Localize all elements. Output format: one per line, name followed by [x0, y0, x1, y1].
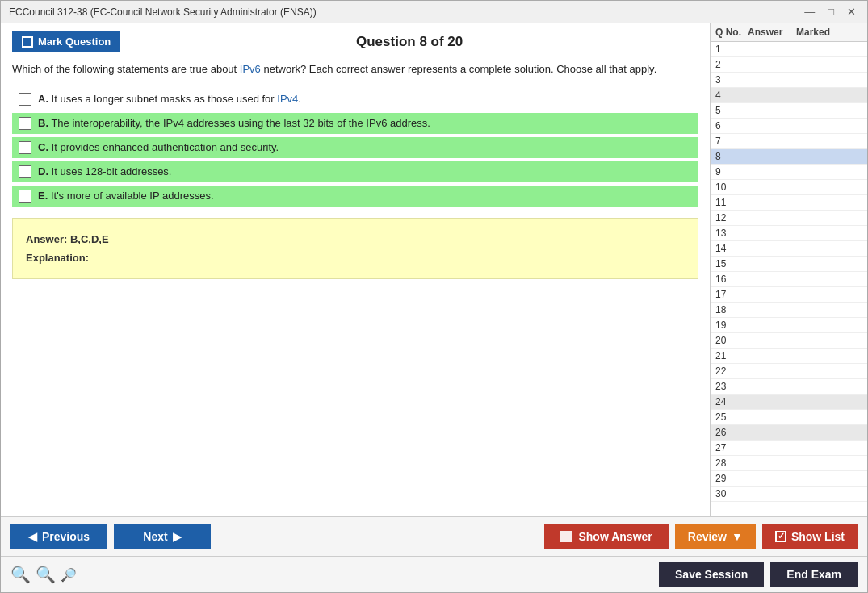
minimize-button[interactable]: —	[801, 6, 818, 18]
row-num: 10	[715, 182, 748, 193]
review-button[interactable]: Review ▼	[675, 524, 756, 549]
previous-label: Previous	[42, 530, 90, 543]
show-list-button[interactable]: ✓ Show List	[762, 524, 858, 549]
row-num: 17	[715, 289, 748, 300]
row-answer	[748, 365, 796, 377]
row-num: 29	[715, 473, 748, 484]
row-answer	[748, 120, 796, 132]
option-b[interactable]: B. The interoperability, the IPv4 addres…	[12, 113, 698, 134]
table-row[interactable]: 19	[711, 318, 867, 333]
previous-button[interactable]: ◀ Previous	[10, 524, 107, 549]
right-panel: Q No. Answer Marked 1 2 3 4 5 6 7 8	[710, 23, 867, 516]
row-answer	[748, 381, 796, 392]
option-a[interactable]: A. It uses a longer subnet masks as thos…	[12, 89, 698, 110]
top-bar: Mark Question Question 8 of 20	[12, 31, 698, 52]
option-e[interactable]: E. It's more of available IP addresses.	[12, 186, 698, 207]
option-b-checkbox[interactable]	[19, 117, 31, 130]
ipv6-highlight: IPv6	[240, 63, 261, 75]
table-row[interactable]: 5	[711, 103, 867, 119]
table-row[interactable]: 17	[711, 287, 867, 303]
table-row[interactable]: 6	[711, 119, 867, 134]
zoom-in-button[interactable]: 🔍	[10, 565, 31, 584]
table-row[interactable]: 26	[711, 425, 867, 441]
table-row[interactable]: 20	[711, 333, 867, 349]
row-marked	[796, 457, 845, 469]
close-button[interactable]: ✕	[844, 6, 859, 18]
row-marked	[796, 365, 845, 377]
table-row[interactable]: 3	[711, 73, 867, 88]
row-marked	[796, 59, 845, 70]
row-marked	[796, 473, 845, 484]
row-num: 21	[715, 350, 748, 361]
explanation-text: Explanation:	[26, 248, 685, 267]
table-row[interactable]: 9	[711, 165, 867, 180]
row-answer	[748, 44, 796, 55]
table-row[interactable]: 10	[711, 180, 867, 195]
row-marked	[796, 182, 845, 193]
mark-question-button[interactable]: Mark Question	[12, 31, 120, 52]
option-d[interactable]: D. It uses 128-bit addresses.	[12, 161, 698, 182]
table-row[interactable]: 8	[711, 149, 867, 165]
table-row[interactable]: 2	[711, 57, 867, 73]
table-row[interactable]: 30	[711, 487, 867, 502]
row-num: 19	[715, 319, 748, 331]
option-c-checkbox[interactable]	[19, 141, 31, 154]
main-content: Mark Question Question 8 of 20 Which of …	[1, 23, 867, 516]
table-row[interactable]: 16	[711, 272, 867, 287]
table-row[interactable]: 23	[711, 379, 867, 395]
table-row[interactable]: 25	[711, 410, 867, 425]
row-num: 15	[715, 258, 748, 269]
zoom-reset-button[interactable]: 🔍	[36, 565, 56, 584]
row-answer	[748, 228, 796, 239]
row-num: 20	[715, 335, 748, 346]
row-marked	[796, 319, 845, 331]
table-row[interactable]: 22	[711, 364, 867, 379]
show-answer-button[interactable]: Show Answer	[544, 524, 668, 549]
table-row[interactable]: 7	[711, 134, 867, 149]
end-exam-button[interactable]: End Exam	[770, 562, 858, 587]
table-row[interactable]: 27	[711, 441, 867, 456]
next-label: Next	[143, 530, 167, 543]
row-marked	[796, 335, 845, 346]
table-row[interactable]: 11	[711, 195, 867, 211]
table-row[interactable]: 29	[711, 471, 867, 487]
row-num: 27	[715, 442, 748, 453]
row-num: 2	[715, 59, 748, 70]
bottom-bar2: 🔍 🔍 🔎 Save Session End Exam	[1, 556, 867, 592]
answer-box: Answer: B,C,D,E Explanation:	[12, 218, 698, 280]
title-bar: ECCouncil 312-38 (EC-Council Network Sec…	[1, 1, 867, 23]
row-answer	[748, 212, 796, 223]
table-row[interactable]: 12	[711, 211, 867, 226]
row-num: 9	[715, 166, 748, 177]
row-num: 24	[715, 396, 748, 407]
question-title: Question 8 of 20	[120, 34, 698, 50]
table-row[interactable]: 21	[711, 349, 867, 364]
option-d-checkbox[interactable]	[19, 165, 31, 178]
row-num: 26	[715, 427, 748, 438]
maximize-button[interactable]: □	[824, 6, 837, 18]
row-answer	[748, 411, 796, 423]
row-marked	[796, 166, 845, 177]
table-row[interactable]: 14	[711, 241, 867, 257]
zoom-out-button[interactable]: 🔎	[61, 567, 77, 583]
row-marked	[796, 197, 845, 208]
option-a-checkbox[interactable]	[19, 93, 31, 106]
table-row[interactable]: 4	[711, 88, 867, 103]
row-answer	[748, 136, 796, 147]
row-marked	[796, 350, 845, 361]
row-marked	[796, 228, 845, 239]
table-row[interactable]: 24	[711, 395, 867, 410]
table-row[interactable]: 13	[711, 226, 867, 241]
q-table-body[interactable]: 1 2 3 4 5 6 7 8 9 10 11	[711, 42, 867, 516]
table-row[interactable]: 15	[711, 257, 867, 272]
bottom-navigation-bar: ◀ Previous Next ▶ Show Answer Review ▼ ✓…	[1, 516, 867, 556]
table-row[interactable]: 1	[711, 42, 867, 57]
table-row[interactable]: 18	[711, 303, 867, 318]
table-row[interactable]: 28	[711, 456, 867, 471]
next-button[interactable]: Next ▶	[114, 524, 211, 549]
option-e-checkbox[interactable]	[19, 190, 31, 203]
save-session-button[interactable]: Save Session	[659, 562, 764, 587]
row-answer	[748, 105, 796, 116]
col-qno: Q No.	[715, 27, 748, 38]
option-c[interactable]: C. It provides enhanced authentication a…	[12, 137, 698, 158]
